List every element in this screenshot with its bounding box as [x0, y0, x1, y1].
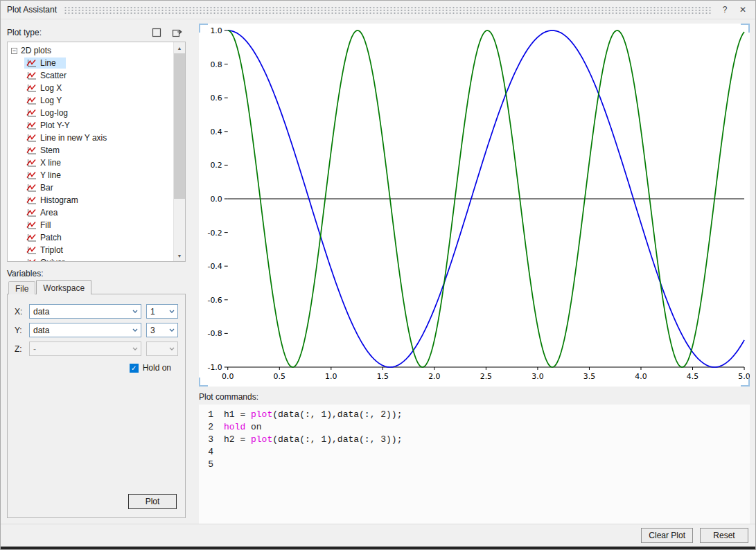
- line-number: 1: [199, 409, 224, 421]
- right-panel: 0.00.51.01.52.02.53.03.54.04.55.0-1.0-0.…: [192, 19, 755, 524]
- tab-file[interactable]: File: [8, 281, 35, 294]
- tree-item-label: Log-log: [40, 108, 68, 118]
- reset-button[interactable]: Reset: [700, 528, 748, 543]
- tree-item-bar[interactable]: Bar: [8, 181, 173, 194]
- hold-on-row: ✓ Hold on: [15, 363, 178, 373]
- code-line[interactable]: 1h1 = plot(data(:, 1),data(:, 2));: [199, 409, 750, 421]
- tree-item-triplot[interactable]: Triplot: [8, 244, 173, 256]
- scrollbar-track[interactable]: [174, 53, 185, 250]
- svg-text:3.5: 3.5: [583, 372, 595, 381]
- tree-item-quiver[interactable]: Quiver: [8, 256, 173, 261]
- hold-on-checkbox[interactable]: ✓: [130, 364, 139, 373]
- plot-type-icon: [26, 109, 37, 118]
- tree-scrollbar[interactable]: ▲ ▼: [173, 42, 185, 261]
- tree-item-label: Triplot: [40, 245, 63, 255]
- plot-type-icon: [26, 59, 37, 68]
- titlebar-grip[interactable]: [64, 6, 712, 15]
- tree-item-label: Quiver: [40, 258, 64, 261]
- main-area: Plot type: − 2D plots: [1, 19, 755, 524]
- tree-item-log-y[interactable]: Log Y: [8, 94, 173, 107]
- tree-item-y-line[interactable]: Y line: [8, 169, 173, 181]
- square-icon: [152, 28, 161, 37]
- new-figure-button[interactable]: [148, 25, 165, 40]
- svg-text:0.8: 0.8: [210, 60, 222, 69]
- plot-type-icon: [26, 196, 37, 205]
- y-column-combobox[interactable]: 3: [146, 323, 178, 337]
- plot-type-icon: [26, 84, 37, 93]
- z-variable-combobox: -: [29, 341, 141, 356]
- svg-text:0.4: 0.4: [210, 127, 222, 136]
- svg-text:0.5: 0.5: [274, 372, 285, 381]
- chevron-down-icon[interactable]: [130, 328, 141, 332]
- tree-item-log-x[interactable]: Log X: [8, 82, 173, 94]
- svg-text:4.0: 4.0: [635, 372, 647, 381]
- plot-canvas[interactable]: 0.00.51.01.52.02.53.03.54.04.55.0-1.0-0.…: [199, 24, 750, 387]
- export-plot-button[interactable]: [169, 25, 186, 40]
- collapse-icon[interactable]: −: [11, 48, 17, 54]
- svg-text:3.0: 3.0: [531, 372, 543, 381]
- plot-commands-editor[interactable]: 1h1 = plot(data(:, 1),data(:, 2));2hold …: [199, 405, 750, 524]
- tree-item-label: Scatter: [40, 71, 67, 80]
- tree-item-log-log[interactable]: Log-log: [8, 107, 173, 119]
- selection-corner-icon: [199, 24, 208, 33]
- variables-tabs: File Workspace: [7, 280, 186, 294]
- help-icon[interactable]: ?: [719, 3, 731, 16]
- selection-corner-icon: [741, 24, 750, 33]
- scroll-up-icon[interactable]: ▲: [174, 42, 185, 53]
- y-label: Y:: [15, 326, 24, 335]
- plot-assistant-window: Plot Assistant ? ✕ Plot type:: [0, 0, 756, 550]
- code-line[interactable]: 5: [199, 459, 750, 471]
- chevron-down-icon[interactable]: [166, 310, 177, 313]
- tree-item-x-line[interactable]: X line: [8, 157, 173, 169]
- svg-text:2.5: 2.5: [480, 372, 492, 381]
- y-variable-combobox[interactable]: data: [29, 323, 141, 337]
- tree-item-patch[interactable]: Patch: [8, 231, 173, 244]
- code-line[interactable]: 2hold on: [199, 421, 750, 434]
- scrollbar-thumb[interactable]: [174, 53, 185, 199]
- chevron-down-icon[interactable]: [130, 310, 141, 313]
- code-line[interactable]: 3h2 = plot(data(:, 1),data(:, 3));: [199, 434, 750, 446]
- code-text: h2 = plot(data(:, 1),data(:, 3));: [224, 434, 402, 446]
- plot-type-icon: [26, 71, 37, 80]
- tree-item-fill[interactable]: Fill: [8, 219, 173, 231]
- plot-type-header: Plot type:: [7, 24, 186, 42]
- svg-text:0.6: 0.6: [210, 94, 222, 103]
- tree-item-label: Y line: [40, 170, 61, 180]
- tree-item-label: Plot Y-Y: [40, 121, 70, 130]
- tree-item-label: Log Y: [40, 96, 62, 105]
- variables-label: Variables:: [7, 267, 186, 280]
- left-panel: Plot type: − 2D plots: [1, 19, 192, 524]
- tree-item-line-in-new-y-axis[interactable]: Line in new Y axis: [8, 132, 173, 144]
- tree-item-area[interactable]: Area: [8, 206, 173, 219]
- tree-item-scatter[interactable]: Scatter: [8, 69, 173, 82]
- plot-type-icon: [26, 96, 37, 105]
- z-row: Z: -: [15, 341, 178, 356]
- svg-text:0.0: 0.0: [222, 372, 234, 381]
- plot-type-tree: − 2D plots LineScatterLog XLog YLog-logP…: [7, 42, 186, 262]
- x-column-combobox[interactable]: 1: [146, 304, 178, 319]
- plot-button[interactable]: Plot: [128, 494, 177, 509]
- tree-node-2d-plots[interactable]: − 2D plots: [8, 44, 173, 57]
- workspace-tab-panel: X: data 1 Y:: [7, 294, 186, 518]
- z-variable-value: -: [30, 344, 130, 354]
- hold-on-label: Hold on: [143, 363, 171, 373]
- plot-type-icon: [26, 184, 37, 193]
- svg-text:-0.8: -0.8: [207, 329, 222, 338]
- tree-item-plot-y-y[interactable]: Plot Y-Y: [8, 119, 173, 132]
- tree-item-stem[interactable]: Stem: [8, 144, 173, 157]
- tree-item-histogram[interactable]: Histogram: [8, 194, 173, 206]
- code-line[interactable]: 4: [199, 446, 750, 459]
- tab-workspace[interactable]: Workspace: [36, 280, 91, 294]
- close-icon[interactable]: ✕: [737, 3, 749, 16]
- scroll-down-icon[interactable]: ▼: [174, 250, 185, 261]
- tree-item-label: X line: [40, 158, 61, 168]
- plot-type-icon: [26, 233, 37, 242]
- chevron-down-icon[interactable]: [166, 328, 177, 332]
- tree-item-line[interactable]: Line: [8, 57, 173, 69]
- clear-plot-button[interactable]: Clear Plot: [641, 528, 693, 543]
- svg-text:-1.0: -1.0: [207, 363, 222, 372]
- plot-button-row: Plot: [15, 494, 178, 511]
- svg-text:4.5: 4.5: [687, 372, 698, 381]
- tree-item-label: Histogram: [40, 195, 78, 205]
- x-variable-combobox[interactable]: data: [29, 304, 141, 319]
